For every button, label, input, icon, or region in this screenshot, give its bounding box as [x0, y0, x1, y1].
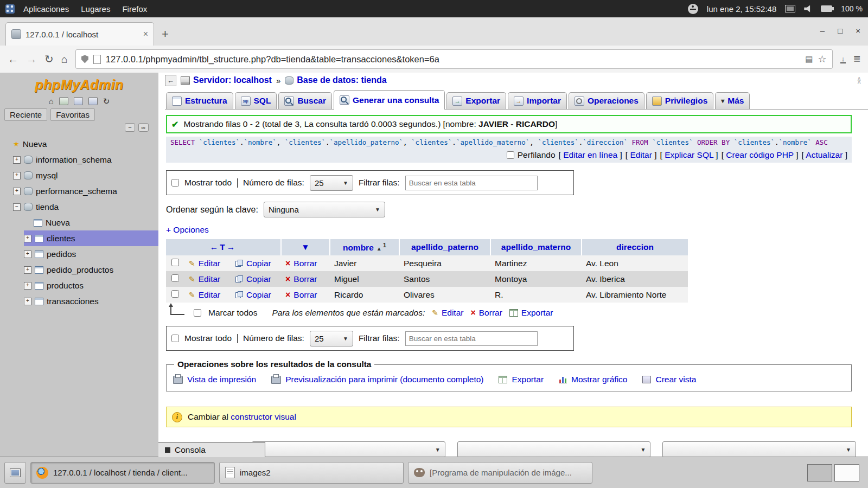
tree-item-pedidos[interactable]: + pedidos — [0, 246, 158, 262]
refresh-link[interactable]: Actualizar — [806, 150, 843, 159]
menu-hamburger-icon[interactable]: ≡ — [853, 52, 860, 66]
pma-logo[interactable]: phpMyAdmin — [0, 77, 158, 93]
row-checkbox[interactable] — [171, 259, 179, 266]
expand-icon[interactable]: + — [13, 156, 21, 164]
back-button[interactable]: ← — [8, 54, 18, 65]
volume-icon[interactable] — [804, 5, 812, 12]
breadcrumb-server-link[interactable]: Servidor: localhost — [181, 75, 272, 85]
url-text[interactable]: 127.0.0.1/phpmyadmin/tbl_structure.php?d… — [106, 54, 800, 65]
workspace-2[interactable] — [834, 464, 859, 481]
options-toggle-link[interactable]: + Opciones — [166, 225, 209, 235]
tree-item-transacciones[interactable]: + transacciones — [0, 293, 158, 309]
delete-row-link[interactable]: ×Borrar — [285, 274, 326, 284]
filter-rows-input[interactable] — [405, 176, 538, 190]
battery-icon[interactable] — [821, 5, 832, 12]
sort-key-select[interactable]: Ninguna▼ — [264, 202, 385, 217]
edit-link[interactable]: Editar — [630, 150, 652, 159]
inline-edit-link[interactable]: Editar en línea — [563, 150, 617, 159]
qbe-column-select-1[interactable]: ▼ — [252, 441, 445, 457]
transpose-controls[interactable]: ←T→ — [166, 239, 281, 255]
explain-sql-link[interactable]: Explicar SQL — [665, 150, 713, 159]
docs-icon[interactable] — [88, 97, 98, 105]
delete-row-link[interactable]: ×Borrar — [285, 259, 326, 268]
with-selected-dropdown-icon[interactable]: ▼ — [281, 239, 330, 255]
copy-row-link[interactable]: Copiar — [235, 259, 277, 268]
browser-tab[interactable]: 127.0.0.1 / localhost × — [5, 22, 154, 46]
tab-operaciones[interactable]: Operaciones — [569, 92, 644, 109]
tab-privilegios[interactable]: Privilegios — [646, 92, 713, 109]
create-view-link[interactable]: Crear vista — [642, 375, 696, 384]
export-selected-link[interactable]: Exportar — [509, 308, 553, 318]
qbe-column-select-3[interactable]: ▼ — [662, 441, 856, 457]
qbe-column-select-2[interactable]: ▼ — [457, 441, 651, 457]
visual-builder-link[interactable]: constructor visual — [231, 412, 296, 421]
tab-sql[interactable]: SQL — [235, 92, 277, 109]
bookmark-star-icon[interactable]: ☆ — [818, 53, 827, 65]
tree-item-tienda[interactable]: − tienda — [0, 199, 158, 215]
column-header-apellido-materno[interactable]: apellido_materno — [490, 239, 582, 255]
tab-close-icon[interactable]: × — [143, 29, 148, 39]
copy-row-link[interactable]: Copiar — [235, 290, 277, 300]
tree-item-nueva[interactable]: ★ Nueva — [0, 136, 158, 152]
minimize-button[interactable]: – — [820, 26, 825, 35]
tree-item-productos[interactable]: + productos — [0, 278, 158, 293]
expand-icon[interactable]: + — [24, 251, 31, 258]
expand-icon[interactable]: + — [24, 266, 31, 274]
rows-count-select[interactable]: 25▼ — [310, 331, 353, 346]
show-all-checkbox[interactable] — [171, 335, 179, 342]
tab-buscar[interactable]: Buscar — [278, 92, 332, 109]
new-tab-button[interactable]: + — [154, 23, 176, 46]
edit-row-link[interactable]: ✎Editar — [189, 274, 227, 284]
clock[interactable]: lun ene 2, 15:52:48 — [707, 4, 776, 14]
workspace-1[interactable] — [807, 464, 832, 481]
taskbar-item-images2[interactable]: images2 — [219, 462, 404, 484]
console-bar[interactable]: Consola — [158, 442, 265, 457]
recent-tab[interactable]: Reciente — [4, 108, 47, 121]
tree-item-clientes[interactable]: + clientes — [0, 230, 158, 246]
tracking-shield-icon[interactable] — [81, 55, 88, 63]
print-preview-link[interactable]: Previsualización para imprimir (document… — [271, 375, 483, 384]
expand-icon[interactable]: + — [24, 298, 31, 305]
accessibility-icon[interactable] — [688, 4, 698, 14]
collapse-panel-icon[interactable]: ∧∧ — [857, 77, 861, 84]
network-icon[interactable] — [785, 5, 795, 12]
row-checkbox[interactable] — [171, 290, 179, 298]
column-header-nombre[interactable]: nombre▲1 — [330, 239, 399, 255]
tree-item-performance-schema[interactable]: + performance_schema — [0, 183, 158, 199]
expand-icon[interactable]: + — [13, 188, 21, 195]
back-arrow-button[interactable]: ← — [165, 75, 176, 86]
column-header-direccion[interactable]: direccion — [582, 239, 688, 255]
home-button[interactable]: ⌂ — [61, 54, 68, 65]
tab-importar[interactable]: Importar — [508, 92, 567, 109]
collapse-icon[interactable]: − — [13, 203, 21, 211]
edit-selected-link[interactable]: ✎Editar — [432, 308, 463, 318]
show-chart-link[interactable]: Mostrar gráfico — [559, 375, 627, 384]
expand-icon[interactable]: + — [24, 282, 31, 290]
profiling-checkbox[interactable] — [507, 151, 514, 159]
copy-row-link[interactable]: Copiar — [235, 274, 277, 284]
tree-item-pedido-productos[interactable]: + pedido_productos — [0, 262, 158, 278]
tree-item-mysql[interactable]: + mysql — [0, 168, 158, 183]
row-checkbox[interactable] — [171, 274, 179, 282]
taskbar-item-firefox[interactable]: 127.0.0.1 / localhost / tienda / client.… — [30, 462, 215, 484]
column-header-apellido-paterno[interactable]: apellido_paterno — [399, 239, 490, 255]
taskbar-item-gimp[interactable]: [Programa de manipulación de imáge... — [408, 462, 592, 484]
tab-exportar[interactable]: Exportar — [446, 92, 506, 109]
create-php-link[interactable]: Crear código PHP — [726, 150, 794, 159]
show-desktop-button[interactable] — [4, 462, 26, 484]
tab-estructura[interactable]: Estructura — [166, 92, 233, 109]
print-view-link[interactable]: Vista de impresión — [173, 375, 256, 384]
maximize-button[interactable]: □ — [838, 26, 843, 35]
reload-button[interactable]: ↻ — [44, 54, 54, 65]
tree-item-information-schema[interactable]: + information_schema — [0, 152, 158, 168]
applications-menu-icon[interactable] — [5, 4, 15, 14]
tree-item-tienda-nueva[interactable]: Nueva — [0, 215, 158, 230]
save-page-icon[interactable]: ↓ — [840, 55, 846, 63]
check-all-checkbox[interactable] — [194, 309, 201, 317]
refresh-icon[interactable]: ↻ — [103, 97, 110, 105]
show-all-checkbox[interactable] — [171, 179, 179, 187]
collapse-all-button[interactable]: − — [125, 123, 135, 132]
export-link[interactable]: Exportar — [499, 375, 544, 384]
filter-rows-input[interactable] — [405, 331, 538, 346]
menu-firefox[interactable]: Firefox — [117, 2, 152, 16]
